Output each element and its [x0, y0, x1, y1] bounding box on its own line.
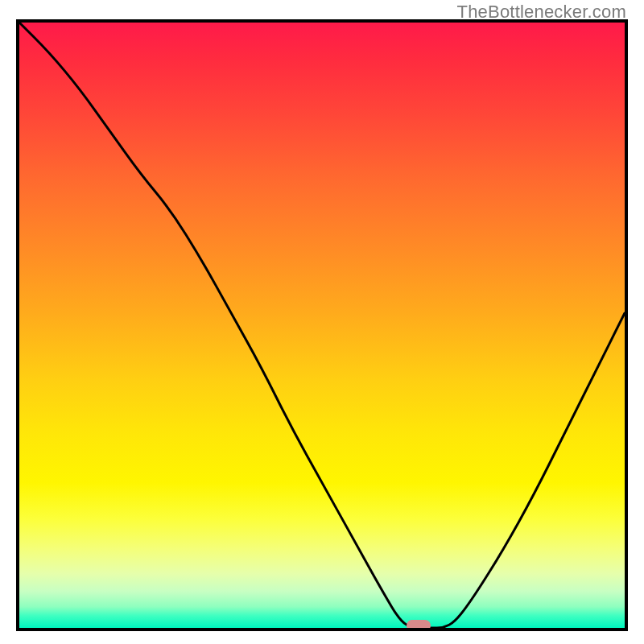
bottleneck-curve [19, 23, 625, 628]
plot-area [16, 19, 628, 631]
chart-container: TheBottlenecker.com [0, 0, 644, 644]
optimum-marker [407, 620, 431, 631]
